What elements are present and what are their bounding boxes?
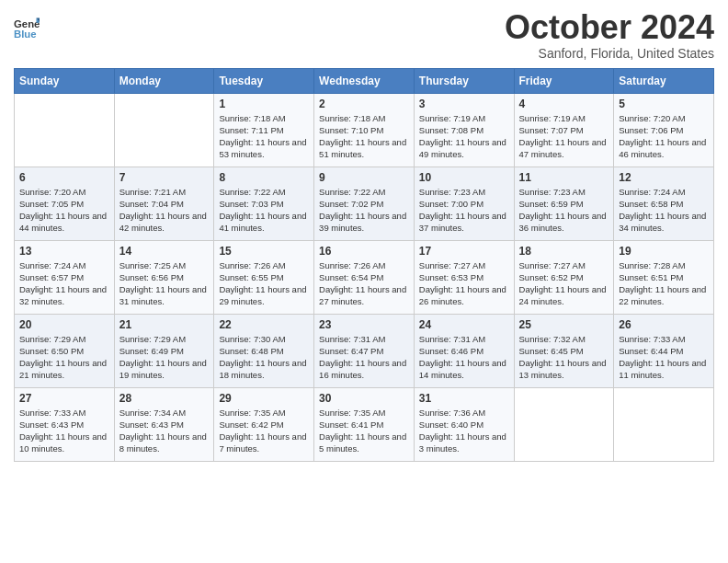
day-info: Sunrise: 7:23 AM Sunset: 7:00 PM Dayligh… <box>419 186 509 235</box>
calendar-cell: 10Sunrise: 7:23 AM Sunset: 7:00 PM Dayli… <box>414 167 514 240</box>
calendar-cell: 29Sunrise: 7:35 AM Sunset: 6:42 PM Dayli… <box>214 387 314 461</box>
calendar-cell: 15Sunrise: 7:26 AM Sunset: 6:55 PM Dayli… <box>214 240 314 314</box>
calendar-cell: 19Sunrise: 7:28 AM Sunset: 6:51 PM Dayli… <box>614 240 714 314</box>
calendar-cell: 21Sunrise: 7:29 AM Sunset: 6:49 PM Dayli… <box>114 314 214 387</box>
day-info: Sunrise: 7:22 AM Sunset: 7:02 PM Dayligh… <box>319 186 409 235</box>
day-info: Sunrise: 7:32 AM Sunset: 6:45 PM Dayligh… <box>519 333 609 382</box>
day-number: 1 <box>219 98 309 110</box>
calendar-cell: 6Sunrise: 7:20 AM Sunset: 7:05 PM Daylig… <box>15 167 115 240</box>
calendar-cell: 7Sunrise: 7:21 AM Sunset: 7:04 PM Daylig… <box>114 167 214 240</box>
location-subtitle: Sanford, Florida, United States <box>505 46 714 61</box>
col-wednesday: Wednesday <box>314 68 415 93</box>
calendar-cell: 5Sunrise: 7:20 AM Sunset: 7:06 PM Daylig… <box>614 93 714 167</box>
day-info: Sunrise: 7:34 AM Sunset: 6:43 PM Dayligh… <box>119 407 210 455</box>
day-info: Sunrise: 7:21 AM Sunset: 7:04 PM Dayligh… <box>119 186 210 235</box>
day-info: Sunrise: 7:26 AM Sunset: 6:54 PM Dayligh… <box>319 259 409 308</box>
calendar-cell: 11Sunrise: 7:23 AM Sunset: 6:59 PM Dayli… <box>514 167 614 240</box>
svg-text:Blue: Blue <box>14 29 37 40</box>
day-info: Sunrise: 7:27 AM Sunset: 6:52 PM Dayligh… <box>519 259 609 308</box>
day-info: Sunrise: 7:33 AM Sunset: 6:43 PM Dayligh… <box>19 407 109 455</box>
day-info: Sunrise: 7:30 AM Sunset: 6:48 PM Dayligh… <box>219 333 309 382</box>
day-number: 30 <box>319 392 409 405</box>
day-number: 28 <box>119 392 210 405</box>
calendar-body: 1Sunrise: 7:18 AM Sunset: 7:11 PM Daylig… <box>15 93 714 461</box>
col-saturday: Saturday <box>614 68 714 93</box>
day-number: 3 <box>419 98 509 110</box>
day-info: Sunrise: 7:20 AM Sunset: 7:06 PM Dayligh… <box>619 112 709 161</box>
day-number: 5 <box>619 98 709 110</box>
calendar-cell: 12Sunrise: 7:24 AM Sunset: 6:58 PM Dayli… <box>614 167 714 240</box>
day-number: 19 <box>619 245 709 258</box>
calendar-cell: 9Sunrise: 7:22 AM Sunset: 7:02 PM Daylig… <box>314 167 415 240</box>
day-number: 11 <box>519 171 609 184</box>
logo-icon: General Blue <box>14 15 40 40</box>
day-number: 20 <box>19 318 109 331</box>
calendar-cell <box>114 93 214 167</box>
day-number: 26 <box>619 318 709 331</box>
day-number: 10 <box>419 171 509 184</box>
page-header: General Blue October 2024 Sanford, Flori… <box>14 9 714 61</box>
calendar-cell: 1Sunrise: 7:18 AM Sunset: 7:11 PM Daylig… <box>214 93 314 167</box>
calendar-cell: 18Sunrise: 7:27 AM Sunset: 6:52 PM Dayli… <box>514 240 614 314</box>
day-info: Sunrise: 7:36 AM Sunset: 6:40 PM Dayligh… <box>419 407 509 455</box>
day-number: 15 <box>219 245 309 258</box>
calendar-cell: 14Sunrise: 7:25 AM Sunset: 6:56 PM Dayli… <box>114 240 214 314</box>
calendar-cell: 4Sunrise: 7:19 AM Sunset: 7:07 PM Daylig… <box>514 93 614 167</box>
day-number: 8 <box>219 171 309 184</box>
calendar-week-2: 6Sunrise: 7:20 AM Sunset: 7:05 PM Daylig… <box>15 167 714 240</box>
month-title: October 2024 <box>505 9 714 46</box>
day-number: 4 <box>519 98 609 110</box>
day-info: Sunrise: 7:33 AM Sunset: 6:44 PM Dayligh… <box>619 333 709 382</box>
day-info: Sunrise: 7:19 AM Sunset: 7:08 PM Dayligh… <box>419 112 509 161</box>
day-number: 16 <box>319 245 409 258</box>
header-row: Sunday Monday Tuesday Wednesday Thursday… <box>15 68 714 93</box>
calendar-week-1: 1Sunrise: 7:18 AM Sunset: 7:11 PM Daylig… <box>15 93 714 167</box>
calendar-cell <box>514 387 614 461</box>
col-monday: Monday <box>114 68 214 93</box>
calendar-cell: 27Sunrise: 7:33 AM Sunset: 6:43 PM Dayli… <box>15 387 115 461</box>
day-info: Sunrise: 7:25 AM Sunset: 6:56 PM Dayligh… <box>119 259 210 308</box>
col-friday: Friday <box>514 68 614 93</box>
calendar-header: Sunday Monday Tuesday Wednesday Thursday… <box>15 68 714 93</box>
day-number: 31 <box>419 392 509 405</box>
day-info: Sunrise: 7:18 AM Sunset: 7:10 PM Dayligh… <box>319 112 409 161</box>
day-number: 22 <box>219 318 309 331</box>
calendar-cell: 2Sunrise: 7:18 AM Sunset: 7:10 PM Daylig… <box>314 93 415 167</box>
calendar-cell: 22Sunrise: 7:30 AM Sunset: 6:48 PM Dayli… <box>214 314 314 387</box>
day-info: Sunrise: 7:31 AM Sunset: 6:46 PM Dayligh… <box>419 333 509 382</box>
calendar-week-4: 20Sunrise: 7:29 AM Sunset: 6:50 PM Dayli… <box>15 314 714 387</box>
day-number: 23 <box>319 318 409 331</box>
day-info: Sunrise: 7:35 AM Sunset: 6:42 PM Dayligh… <box>219 407 309 455</box>
logo: General Blue <box>14 15 40 40</box>
calendar-cell: 13Sunrise: 7:24 AM Sunset: 6:57 PM Dayli… <box>15 240 115 314</box>
col-thursday: Thursday <box>414 68 514 93</box>
calendar-cell: 30Sunrise: 7:35 AM Sunset: 6:41 PM Dayli… <box>314 387 415 461</box>
day-info: Sunrise: 7:35 AM Sunset: 6:41 PM Dayligh… <box>319 407 409 455</box>
calendar-cell: 3Sunrise: 7:19 AM Sunset: 7:08 PM Daylig… <box>414 93 514 167</box>
day-info: Sunrise: 7:24 AM Sunset: 6:57 PM Dayligh… <box>19 259 109 308</box>
calendar-cell: 23Sunrise: 7:31 AM Sunset: 6:47 PM Dayli… <box>314 314 415 387</box>
calendar-week-5: 27Sunrise: 7:33 AM Sunset: 6:43 PM Dayli… <box>15 387 714 461</box>
day-info: Sunrise: 7:27 AM Sunset: 6:53 PM Dayligh… <box>419 259 509 308</box>
calendar-cell: 20Sunrise: 7:29 AM Sunset: 6:50 PM Dayli… <box>15 314 115 387</box>
day-info: Sunrise: 7:29 AM Sunset: 6:50 PM Dayligh… <box>19 333 109 382</box>
title-block: October 2024 Sanford, Florida, United St… <box>505 9 714 61</box>
calendar-page: General Blue October 2024 Sanford, Flori… <box>0 0 728 563</box>
day-info: Sunrise: 7:29 AM Sunset: 6:49 PM Dayligh… <box>119 333 210 382</box>
col-sunday: Sunday <box>15 68 115 93</box>
calendar-cell: 8Sunrise: 7:22 AM Sunset: 7:03 PM Daylig… <box>214 167 314 240</box>
day-number: 24 <box>419 318 509 331</box>
day-info: Sunrise: 7:18 AM Sunset: 7:11 PM Dayligh… <box>219 112 309 161</box>
calendar-cell <box>614 387 714 461</box>
calendar-cell: 17Sunrise: 7:27 AM Sunset: 6:53 PM Dayli… <box>414 240 514 314</box>
col-tuesday: Tuesday <box>214 68 314 93</box>
day-number: 27 <box>19 392 109 405</box>
day-number: 25 <box>519 318 609 331</box>
day-number: 13 <box>19 245 109 258</box>
day-number: 29 <box>219 392 309 405</box>
day-number: 2 <box>319 98 409 110</box>
calendar-week-3: 13Sunrise: 7:24 AM Sunset: 6:57 PM Dayli… <box>15 240 714 314</box>
calendar-cell: 25Sunrise: 7:32 AM Sunset: 6:45 PM Dayli… <box>514 314 614 387</box>
calendar-cell: 28Sunrise: 7:34 AM Sunset: 6:43 PM Dayli… <box>114 387 214 461</box>
day-info: Sunrise: 7:28 AM Sunset: 6:51 PM Dayligh… <box>619 259 709 308</box>
